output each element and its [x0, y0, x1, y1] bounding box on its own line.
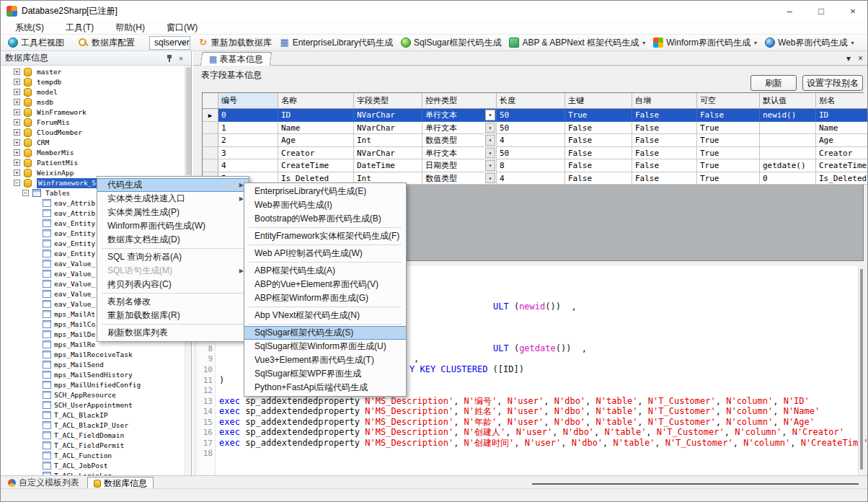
cell-别名[interactable]: Age: [816, 134, 868, 147]
tree-item-WinFramework[interactable]: WinFramework: [37, 107, 87, 118]
context-menu-item-实体类生成快速入口[interactable]: 实体类生成快速入口▶: [97, 192, 249, 206]
minimize-button[interactable]: –: [774, 1, 805, 21]
tree-item-master[interactable]: master: [37, 67, 61, 77]
cell-名称[interactable]: Name: [278, 122, 354, 135]
tree-item-mps_MailDe[interactable]: mps_MailDe: [54, 330, 95, 340]
tree-item-ForumMis[interactable]: ForumMis: [37, 118, 70, 128]
cell-控件类型[interactable]: 数值类型▾: [422, 134, 497, 147]
tree-item-T_ACL_JobPost[interactable]: T_ACL_JobPost: [54, 461, 107, 471]
cell-字段类型[interactable]: Int: [354, 134, 422, 147]
row-selector[interactable]: ▶: [203, 109, 218, 122]
submenu-item-Bootstrap的Web界面代码生成(B)[interactable]: Bootstrap的Web界面代码生成(B): [244, 212, 406, 226]
column-header-编号[interactable]: 编号: [218, 93, 278, 109]
cell-可空[interactable]: True: [697, 147, 760, 160]
cell-可空[interactable]: True: [697, 122, 760, 135]
tree-item-eav_Attrib[interactable]: eav_Attrib: [54, 198, 95, 208]
tree-expander-icon[interactable]: +: [14, 129, 20, 136]
cell-自增[interactable]: False: [632, 159, 697, 172]
cell-别名[interactable]: ID: [816, 109, 868, 122]
toolbar-button-数据库配置[interactable]: 数据库配置: [76, 35, 138, 50]
cell-编号[interactable]: 1: [218, 122, 278, 135]
cell-名称[interactable]: Creator: [278, 147, 354, 160]
tree-expander-icon[interactable]: +: [14, 99, 20, 105]
cell-可空[interactable]: False: [697, 109, 760, 122]
tree-item-Tables[interactable]: Tables: [45, 188, 70, 198]
column-header-别名[interactable]: 别名: [816, 93, 868, 109]
tree-item-tempdb[interactable]: tempdb: [37, 77, 61, 87]
tree-item-msdb[interactable]: msdb: [37, 97, 53, 107]
cell-长度[interactable]: 50: [497, 122, 565, 135]
menubar-item-系统(S)[interactable]: 系统(S): [9, 21, 50, 35]
toolbar-button-退出[interactable]: ×退出: [865, 35, 868, 50]
menubar-item-窗口(W)[interactable]: 窗口(W): [161, 21, 203, 35]
context-menu-item-表别名修改[interactable]: 表别名修改: [97, 295, 249, 309]
tree-item-eav_Entity[interactable]: eav_Entity: [54, 229, 95, 239]
submenu-item-Python+FastApi后端代码生成[interactable]: Python+FastApi后端代码生成: [244, 381, 406, 395]
chevron-down-icon[interactable]: ▾: [642, 40, 645, 46]
sql-vertical-scrollbar[interactable]: [858, 268, 864, 474]
horizontal-scrollbar[interactable]: [532, 483, 859, 485]
tree-item-mps_MailCo[interactable]: mps_MailCo: [54, 320, 95, 330]
cell-字段类型[interactable]: NVarChar: [354, 147, 422, 160]
cell-长度[interactable]: 4: [497, 134, 565, 147]
combo-dropdown-icon[interactable]: ▾: [485, 135, 495, 146]
combo-dropdown-icon[interactable]: ▾: [485, 173, 495, 184]
tree-item-Winframework_Sug[interactable]: Winframework_Sug: [37, 178, 106, 188]
tree-expander-icon[interactable]: +: [14, 169, 20, 176]
cell-自增[interactable]: False: [632, 109, 697, 122]
toolbar-button-重新加载数据库[interactable]: ↻重新加载数据库: [195, 35, 275, 50]
set-field-alias-button[interactable]: 设置字段别名: [802, 75, 863, 91]
context-menu-item-SQL 查询分析器(A)[interactable]: SQL 查询分析器(A): [97, 250, 249, 264]
cell-可空[interactable]: True: [697, 134, 760, 147]
refresh-button[interactable]: 刷新: [750, 75, 797, 91]
column-header-自增[interactable]: 自增: [632, 93, 697, 109]
cell-别名[interactable]: CreateTime: [816, 159, 868, 172]
cell-控件类型[interactable]: 单行文本▾: [422, 109, 497, 122]
tree-expander-icon[interactable]: +: [14, 149, 20, 156]
submenu-item-SqlSugar框架Winform界面生成(U)[interactable]: SqlSugar框架Winform界面生成(U): [244, 340, 406, 353]
toolbar-button-工具栏视图[interactable]: 工具栏视图: [5, 35, 67, 50]
cell-别名[interactable]: Creator: [816, 147, 868, 160]
tree-item-SCH_UserAppointment[interactable]: SCH_UserAppointment: [54, 400, 133, 410]
cell-名称[interactable]: ID: [278, 109, 354, 122]
cell-控件类型[interactable]: 单行文本▾: [422, 147, 497, 160]
cell-控件类型[interactable]: 日期类型▾: [422, 159, 497, 172]
column-header-默认值[interactable]: 默认值: [760, 93, 816, 109]
submenu-item-Web API控制器代码生成(W)[interactable]: Web API控制器代码生成(W): [244, 247, 406, 260]
cell-可空[interactable]: True: [697, 172, 760, 185]
tree-item-MemberMis[interactable]: MemberMis: [37, 148, 74, 158]
submenu-item-EnterpriseLibrary代码生成(E)[interactable]: EnterpriseLibrary代码生成(E): [244, 185, 406, 198]
cell-控件类型[interactable]: 数值类型▾: [422, 172, 497, 185]
tree-expander-icon[interactable]: +: [14, 119, 20, 126]
cell-编号[interactable]: 3: [218, 147, 278, 160]
tree-item-model[interactable]: model: [37, 87, 58, 97]
tree-expander-icon[interactable]: −: [14, 180, 20, 186]
cell-默认值[interactable]: [760, 122, 816, 135]
panel-close-icon[interactable]: ×: [175, 53, 187, 63]
tree-expander-icon[interactable]: +: [14, 89, 20, 95]
pin-icon[interactable]: [164, 53, 175, 63]
tree-item-mps_MailSend[interactable]: mps_MailSend: [54, 360, 104, 370]
submenu-item-Vue3+Element界面代码生成(T)[interactable]: Vue3+Element界面代码生成(T): [244, 353, 406, 367]
maximize-button[interactable]: □: [805, 1, 837, 21]
context-menu-item-刷新数据库列表[interactable]: 刷新数据库列表: [97, 326, 249, 340]
tree-item-eav_Value_[interactable]: eav_Value_: [54, 259, 95, 269]
submenu-item-EntityFramework实体框架代码生成(F)[interactable]: EntityFramework实体框架代码生成(F): [244, 229, 406, 243]
database-type-combo[interactable]: sqlserver: [149, 36, 190, 50]
tree-expander-icon[interactable]: −: [22, 190, 29, 196]
column-header-长度[interactable]: 长度: [497, 93, 565, 109]
context-menu-item-SQL语句生成(M)[interactable]: SQL语句生成(M)▶: [97, 264, 249, 278]
submenu-item-Web界面代码生成(I)[interactable]: Web界面代码生成(I): [244, 198, 406, 212]
tree-item-T_ACL_BlackIP[interactable]: T_ACL_BlackIP: [54, 410, 107, 420]
cell-字段类型[interactable]: NVarChar: [354, 109, 422, 122]
tree-item-eav_Entity[interactable]: eav_Entity: [54, 239, 95, 249]
cell-主键[interactable]: False: [565, 147, 632, 160]
cell-主键[interactable]: False: [565, 134, 632, 147]
cell-长度[interactable]: 8: [497, 159, 565, 172]
menubar-item-工具(T)[interactable]: 工具(T): [60, 21, 99, 35]
tree-expander-icon[interactable]: +: [14, 139, 20, 146]
cell-主键[interactable]: False: [565, 122, 632, 135]
tree-item-CloudMember[interactable]: CloudMember: [37, 128, 82, 138]
tree-item-mps_MailRe[interactable]: mps_MailRe: [54, 340, 95, 350]
column-header-控件类型[interactable]: 控件类型: [422, 93, 497, 109]
